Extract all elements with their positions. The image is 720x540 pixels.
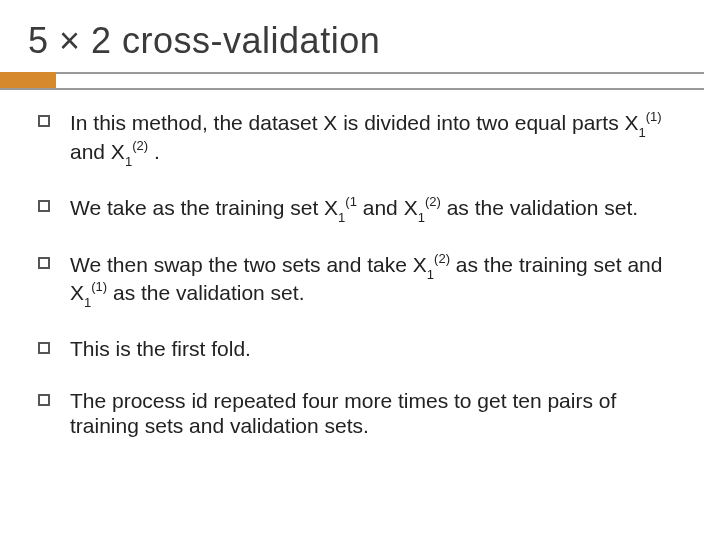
rule-line-bottom — [0, 88, 704, 90]
slide: 5 × 2 cross-validation In this method, t… — [0, 0, 720, 540]
text-run: The process id repeated four more times … — [70, 389, 616, 437]
slide-body: In this method, the dataset X is divided… — [0, 92, 720, 439]
superscript: (2) — [434, 251, 450, 266]
text-run: We then swap the two sets and take X — [70, 253, 427, 276]
bullet-item: This is the first fold. — [36, 337, 680, 362]
subscript: 1 — [84, 295, 91, 310]
superscript: (1 — [345, 194, 357, 209]
bullet-list: In this method, the dataset X is divided… — [36, 110, 680, 439]
text-run: This is the first fold. — [70, 337, 251, 360]
bullet-item: We take as the training set X1(1 and X1(… — [36, 195, 680, 224]
text-run: and X — [70, 140, 125, 163]
accent-block — [0, 72, 56, 88]
text-run: We take as the training set X — [70, 196, 338, 219]
subscript: 1 — [639, 125, 646, 140]
rule-line-top — [0, 72, 704, 74]
bullet-item: The process id repeated four more times … — [36, 389, 680, 439]
slide-title: 5 × 2 cross-validation — [0, 0, 720, 72]
title-rule — [0, 72, 720, 92]
bullet-item: We then swap the two sets and take X1(2)… — [36, 252, 680, 309]
text-run: In this method, the dataset X is divided… — [70, 111, 639, 134]
text-run: and X — [357, 196, 418, 219]
text-run: as the validation set. — [107, 281, 304, 304]
bullet-item: In this method, the dataset X is divided… — [36, 110, 680, 167]
superscript: (2) — [132, 138, 148, 153]
subscript: 1 — [418, 210, 425, 225]
superscript: (1) — [91, 279, 107, 294]
subscript: 1 — [427, 267, 434, 282]
subscript: 1 — [125, 154, 132, 169]
text-run: as the validation set. — [441, 196, 638, 219]
superscript: (2) — [425, 194, 441, 209]
subscript: 1 — [338, 210, 345, 225]
text-run: . — [148, 140, 160, 163]
superscript: (1) — [646, 109, 662, 124]
